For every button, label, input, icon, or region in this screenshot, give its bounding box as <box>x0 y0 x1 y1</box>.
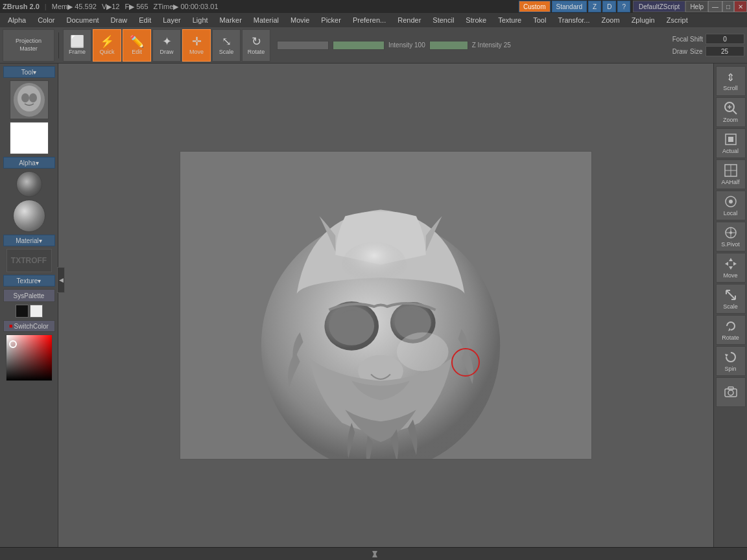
scale-r-btn[interactable]: Scale <box>716 284 746 314</box>
spin-icon <box>724 350 738 364</box>
menu-prefs[interactable]: Preferen... <box>348 15 391 25</box>
app-title: ZBrush 2.0 <box>3 3 40 10</box>
status-bar <box>0 547 747 560</box>
svg-marker-29 <box>725 262 728 266</box>
menu-layer[interactable]: Layer <box>158 15 186 25</box>
menu-texture[interactable]: Texture <box>493 15 527 25</box>
menu-tool[interactable]: Tool <box>528 15 551 25</box>
canvas-area[interactable] <box>58 64 713 547</box>
menu-material[interactable]: Material <box>248 15 284 25</box>
rotate-r-btn[interactable]: Rotate <box>716 315 746 345</box>
txtr-btn[interactable]: TXTR OFF <box>6 249 52 272</box>
menu-alpha[interactable]: Alpha <box>3 15 31 25</box>
default-script-btn[interactable]: DefaultZScript <box>633 1 685 12</box>
menu-stencil[interactable]: Stencil <box>427 15 459 25</box>
rotate-r-label: Rotate <box>722 334 739 341</box>
draw-size-input[interactable] <box>706 46 744 56</box>
alpha-preview[interactable] <box>10 122 49 154</box>
toolbar: ProjectionMaster ⬜ Frame ⚡ Quick ✏️ Edit… <box>0 27 747 64</box>
menu-picker[interactable]: Picker <box>316 15 346 25</box>
scale-r-label: Scale <box>723 303 738 310</box>
camera-btn[interactable] <box>716 377 746 407</box>
layout-custom-btn[interactable]: Custom <box>519 1 550 12</box>
svg-marker-27 <box>729 258 733 261</box>
zoom-label: Zoom <box>723 117 738 123</box>
move-r-btn[interactable]: Move <box>716 253 746 283</box>
svg-marker-28 <box>729 266 733 270</box>
local-btn[interactable]: Local <box>716 191 746 220</box>
menu-document[interactable]: Document <box>61 15 104 25</box>
svg-rect-17 <box>728 137 733 142</box>
edit-btn[interactable]: ✏️ Edit <box>123 29 151 62</box>
alpha-dropdown-btn[interactable]: Alpha▾ <box>3 157 55 169</box>
rotate-btn[interactable]: ↻ Rotate <box>242 29 270 62</box>
frame-btn[interactable]: ⬜ Frame <box>63 29 91 62</box>
scale-btn[interactable]: ⤡ Scale <box>212 29 241 62</box>
menu-zscript[interactable]: Zscript <box>661 15 693 25</box>
tool-group-nav: ⬜ Frame ⚡ Quick ✏️ Edit ✦ Draw ✛ Move ⤡ … <box>63 29 270 62</box>
menu-render[interactable]: Render <box>392 15 426 25</box>
swatch-black[interactable] <box>16 305 29 318</box>
scroll-btn[interactable]: ⇕ Scroll <box>716 66 746 96</box>
layout-z-btn[interactable]: Z <box>588 1 601 12</box>
sys-palette-btn[interactable]: SysPalette <box>3 289 55 302</box>
menu-marker[interactable]: Marker <box>215 15 247 25</box>
zoom-btn[interactable]: Zoom <box>716 97 746 127</box>
rotate-label: Rotate <box>248 49 265 55</box>
tool-thumbnail[interactable] <box>10 80 49 119</box>
svg-point-3 <box>29 93 37 102</box>
draw-btn[interactable]: ✦ Draw <box>152 29 181 62</box>
switch-color-btn[interactable]: ■ SwitchColor <box>3 320 55 332</box>
color-picker[interactable] <box>6 334 53 381</box>
draw-label: Draw <box>160 49 173 55</box>
title-bar: ZBrush 2.0 | Mem▶ 45.592 V▶12 F▶ 565 ZTi… <box>0 0 747 13</box>
close-btn[interactable]: ✕ <box>734 1 747 12</box>
brush-preview[interactable] <box>16 171 42 197</box>
svg-point-6 <box>329 307 374 345</box>
menu-transform[interactable]: Transfor... <box>552 15 595 25</box>
doc-info-mem: Mem▶ 45.592 <box>52 3 97 11</box>
txtr-line2: OFF <box>31 257 47 264</box>
menu-zplugin[interactable]: Zplugin <box>626 15 660 25</box>
menu-zoom[interactable]: Zoom <box>597 15 625 25</box>
move-btn[interactable]: ✛ Move <box>182 29 211 62</box>
projection-master-label: ProjectionMaster <box>16 38 42 52</box>
actual-btn[interactable]: Actual <box>716 128 746 158</box>
aahalf-btn[interactable]: AAHalf <box>716 159 746 189</box>
zoom-icon <box>724 101 738 115</box>
size-label: Size <box>690 48 702 55</box>
camera-icon <box>724 385 738 398</box>
texture-dropdown-btn[interactable]: Texture▾ <box>3 275 55 286</box>
menu-bar: Alpha Color Document Draw Edit Layer Lig… <box>0 13 747 27</box>
layout-standard-btn[interactable]: Standard <box>552 1 587 12</box>
menu-light[interactable]: Light <box>187 15 213 25</box>
help-btn[interactable]: Help <box>685 1 708 12</box>
menu-stroke[interactable]: Stroke <box>460 15 492 25</box>
tool-dropdown-btn[interactable]: Tool▾ <box>3 66 55 78</box>
quick-btn[interactable]: ⚡ Quick <box>93 29 121 62</box>
quick-label: Quick <box>99 49 114 55</box>
viewport[interactable] <box>180 151 592 460</box>
scroll-label: Scroll <box>723 85 738 91</box>
menu-movie[interactable]: Movie <box>285 15 314 25</box>
material-dropdown-btn[interactable]: Material▾ <box>3 235 55 246</box>
menu-color[interactable]: Color <box>32 15 60 25</box>
spivot-btn[interactable]: S.Pivot <box>716 222 746 251</box>
spin-btn[interactable]: Spin <box>716 346 746 376</box>
svg-rect-40 <box>728 387 733 390</box>
draw-size-label: Draw <box>672 48 687 55</box>
layout-d-btn[interactable]: D <box>602 1 616 12</box>
minimize-btn[interactable]: — <box>708 1 722 12</box>
focal-shift-input[interactable] <box>706 34 744 44</box>
material-ball[interactable] <box>13 200 45 232</box>
menu-edit[interactable]: Edit <box>134 15 156 25</box>
maximize-btn[interactable]: □ <box>722 1 734 12</box>
menu-draw[interactable]: Draw <box>106 15 133 25</box>
projection-master-btn[interactable]: ProjectionMaster <box>3 29 54 62</box>
aahalf-icon <box>724 163 738 178</box>
collapse-sidebar-btn[interactable]: ◀ <box>57 267 65 293</box>
swatch-white[interactable] <box>30 305 43 318</box>
layout-q-btn[interactable]: ? <box>617 1 630 12</box>
color-swatches <box>16 305 43 318</box>
title-right-buttons: Custom Standard Z D ? DefaultZScript Hel… <box>519 0 747 13</box>
